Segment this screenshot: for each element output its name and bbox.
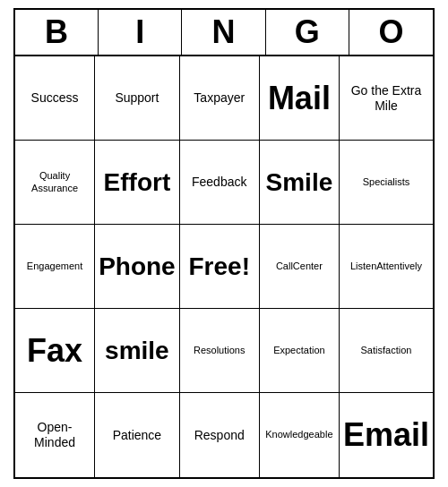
cell-text: Patience [113, 428, 161, 443]
bingo-header: BINGO [15, 10, 433, 56]
cell-r3-c3: Expectation [260, 309, 340, 393]
cell-text: ListenAttentively [350, 261, 422, 272]
cell-r3-c0: Fax [15, 309, 95, 393]
cell-text: Smile [266, 167, 333, 198]
cell-text: Email [343, 415, 429, 454]
cell-r1-c1: Effort [95, 141, 180, 225]
cell-text: Phone [99, 252, 176, 282]
cell-text: Respond [194, 428, 245, 443]
cell-text: CallCenter [276, 261, 323, 272]
cell-text: Expectation [273, 345, 324, 356]
cell-r1-c3: Smile [260, 141, 340, 225]
cell-text: Resolutions [194, 345, 245, 356]
cell-text: Effort [104, 167, 171, 198]
cell-text: Specialists [363, 176, 410, 188]
cell-text: Taxpayer [194, 90, 245, 106]
cell-r2-c0: Engagement [15, 225, 95, 309]
cell-r1-c4: Specialists [340, 141, 433, 225]
header-letter: G [266, 10, 349, 55]
cell-text: Engagement [27, 261, 82, 272]
bingo-grid: SuccessSupportTaxpayerMailGo the Extra M… [15, 56, 433, 477]
cell-r2-c2: Free! [180, 225, 260, 309]
cell-r3-c4: Satisfaction [340, 309, 433, 393]
cell-r3-c1: smile [95, 309, 180, 393]
cell-r0-c2: Taxpayer [180, 56, 260, 141]
cell-r0-c1: Support [95, 56, 180, 141]
cell-text: Support [115, 90, 159, 106]
header-letter: I [99, 10, 182, 55]
cell-text: Mail [268, 79, 331, 117]
cell-r4-c1: Patience [95, 393, 180, 477]
cell-text: Quality Assurance [19, 170, 90, 193]
bingo-card: BINGO SuccessSupportTaxpayerMailGo the E… [13, 8, 435, 479]
cell-text: Free! [189, 252, 250, 282]
header-letter: N [182, 10, 265, 55]
header-letter: O [349, 10, 433, 55]
cell-r4-c4: Email [340, 393, 433, 477]
header-letter: B [15, 10, 99, 55]
cell-r2-c1: Phone [95, 225, 180, 309]
cell-r2-c3: CallCenter [260, 225, 340, 309]
cell-r0-c0: Success [15, 56, 95, 141]
cell-r4-c2: Respond [180, 393, 260, 477]
cell-text: Feedback [192, 175, 246, 190]
cell-r1-c0: Quality Assurance [15, 141, 95, 225]
cell-text: smile [105, 336, 169, 366]
cell-text: Knowledgeable [265, 429, 332, 440]
cell-text: Success [31, 90, 79, 106]
cell-r0-c3: Mail [260, 56, 340, 141]
cell-r2-c4: ListenAttentively [340, 225, 433, 309]
cell-r1-c2: Feedback [180, 141, 260, 225]
cell-text: Satisfaction [361, 345, 412, 356]
cell-text: Fax [27, 331, 82, 370]
cell-text: Go the Extra Mile [343, 83, 429, 114]
cell-r4-c3: Knowledgeable [260, 393, 340, 477]
cell-r4-c0: Open-Minded [15, 393, 95, 477]
cell-text: Open-Minded [19, 420, 90, 450]
cell-r0-c4: Go the Extra Mile [340, 56, 433, 141]
cell-r3-c2: Resolutions [180, 309, 260, 393]
